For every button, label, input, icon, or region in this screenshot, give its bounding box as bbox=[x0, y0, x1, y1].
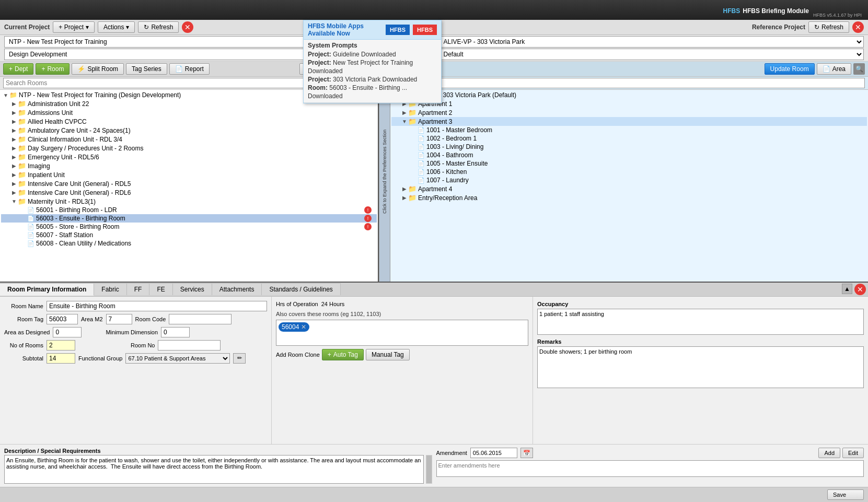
actions-button[interactable]: Actions ▾ bbox=[98, 21, 135, 33]
tree-inpatient[interactable]: ▶ 📁 Inpatient Unit bbox=[1, 170, 377, 179]
update-room-button[interactable]: Update Room bbox=[765, 63, 815, 75]
refresh-button-left[interactable]: ↻ Refresh bbox=[138, 21, 179, 33]
clone-row: Add Room Clone + Auto Tag Manual Tag bbox=[276, 349, 528, 360]
right-search-input[interactable] bbox=[394, 78, 865, 88]
amendment-textarea[interactable] bbox=[436, 460, 864, 477]
hfbs-logo-btn-2[interactable]: HFBS bbox=[413, 25, 437, 35]
edit-amendment-button[interactable]: Edit bbox=[842, 448, 864, 458]
calendar-button[interactable]: 📅 bbox=[520, 448, 533, 458]
hfbs-version: HFBS v5.4.1.67 by HPI bbox=[813, 13, 862, 20]
amendment-row: Amendment 📅 Add Edit bbox=[436, 448, 864, 458]
folder-icon: 📁 bbox=[18, 100, 26, 108]
system-prompts-title: System Prompts bbox=[308, 42, 437, 49]
file-icon: 📄 bbox=[418, 177, 425, 184]
tree-daysurgery[interactable]: ▶ 📁 Day Surgery / Procedures Unit - 2 Ro… bbox=[1, 144, 377, 153]
right-tree-1006[interactable]: 📄 1006 - Kitchen bbox=[391, 168, 867, 176]
right-tree-root[interactable]: ▼ 📁 ALIVE-VP - 303 Victoria Park (Defaul… bbox=[391, 91, 867, 99]
tree-allied[interactable]: ▶ 📁 Allied Health CVPCC bbox=[1, 117, 377, 126]
report-icon-left: 📄 bbox=[175, 65, 183, 73]
room-name-input[interactable] bbox=[47, 301, 267, 311]
area-button-right[interactable]: 📄 Area bbox=[817, 63, 851, 75]
tree-admissions[interactable]: ▶ 📁 Admissions Unit bbox=[1, 108, 377, 117]
split-room-button[interactable]: ⚡ Split Room bbox=[72, 63, 124, 75]
room-code-input[interactable] bbox=[169, 314, 232, 324]
right-tree-1001[interactable]: 📄 1001 - Master Bedroom bbox=[391, 126, 867, 134]
right-tree-1004[interactable]: 📄 1004 - Bathroom bbox=[391, 151, 867, 159]
right-tree-apt4[interactable]: ▶ 📁 Apartment 4 bbox=[391, 184, 867, 193]
occupancy-textarea[interactable]: 1 patient; 1 staff assisting bbox=[537, 309, 864, 335]
tree-56001[interactable]: 📄 56001 - Birthing Room - LDR ! bbox=[1, 206, 377, 214]
auto-tag-button[interactable]: + Auto Tag bbox=[322, 349, 364, 360]
right-tree-entry[interactable]: ▶ 📁 Entry/Reception Area bbox=[391, 193, 867, 202]
system-prompts-content: Project: Guideline Downloaded Project: N… bbox=[308, 50, 437, 100]
room-tag-input[interactable] bbox=[47, 314, 78, 324]
search-button-right[interactable]: 🔍 bbox=[853, 63, 865, 75]
room-no-label: Room No bbox=[131, 342, 155, 348]
area-m2-input[interactable] bbox=[106, 314, 132, 324]
hfbs-logo-btn-1[interactable]: HFBS bbox=[386, 25, 410, 35]
reference-phase-select[interactable]: Default bbox=[439, 49, 864, 60]
tag-close-56004[interactable]: ✕ bbox=[301, 323, 306, 331]
right-tree-1002[interactable]: 📄 1002 - Bedroom 1 bbox=[391, 134, 867, 143]
tab-fabric[interactable]: Fabric bbox=[94, 283, 126, 295]
right-tree-1003[interactable]: 📄 1003 - Living/ Dining bbox=[391, 143, 867, 151]
description-textarea[interactable]: An Ensuite, Birthing Room is for the pat… bbox=[4, 455, 424, 484]
right-tree-1005[interactable]: 📄 1005 - Master Ensuite bbox=[391, 159, 867, 168]
collapse-button[interactable]: ▲ bbox=[842, 284, 852, 294]
tab-fe[interactable]: FE bbox=[149, 283, 172, 295]
tab-standards[interactable]: Standards / Guidelines bbox=[262, 283, 340, 295]
mobile-apps-banner: HFBS Mobile Apps Available Now bbox=[308, 22, 383, 37]
tree-56007[interactable]: 📄 56007 - Staff Station bbox=[1, 231, 377, 239]
tree-icu1[interactable]: ▶ 📁 Intensive Care Unit (General) - RDL5 bbox=[1, 179, 377, 188]
close-bottom-panel[interactable]: ✕ bbox=[854, 284, 866, 295]
room-button[interactable]: + Room bbox=[36, 63, 70, 75]
tree-icu2[interactable]: ▶ 📁 Intensive Care Unit (General) - RDL6 bbox=[1, 188, 377, 197]
room-no-input[interactable] bbox=[158, 340, 221, 351]
no-of-rooms-input[interactable] bbox=[47, 340, 75, 351]
folder-icon: 📁 bbox=[18, 144, 26, 152]
tree-ambulatory[interactable]: ▶ 📁 Ambulatory Care Unit - 24 Spaces(1) bbox=[1, 126, 377, 135]
folder-icon: 📁 bbox=[408, 185, 416, 193]
remarks-textarea[interactable]: Double showers; 1 per birthing room bbox=[537, 346, 864, 388]
close-button-right[interactable]: ✕ bbox=[852, 21, 864, 33]
tab-ff[interactable]: FF bbox=[127, 283, 150, 295]
min-dim-input[interactable] bbox=[161, 327, 190, 337]
tree-56008[interactable]: 📄 56008 - Clean Utility / Medications bbox=[1, 239, 377, 248]
area-designed-input[interactable] bbox=[53, 327, 82, 337]
tab-services[interactable]: Services bbox=[173, 283, 212, 295]
report-button-left[interactable]: 📄 Report bbox=[169, 63, 210, 75]
right-tree-apt2[interactable]: ▶ 📁 Apartment 2 bbox=[391, 108, 867, 117]
toggle-root[interactable]: ▼ bbox=[2, 92, 9, 98]
tab-attachments[interactable]: Attachments bbox=[212, 283, 262, 295]
tree-56005[interactable]: 📄 56005 - Store - Birthing Room ! bbox=[1, 223, 377, 231]
right-tree-apt1[interactable]: ▶ 📁 Apartment 1 bbox=[391, 99, 867, 108]
functional-group-select[interactable]: 67.10 Patient & Support Areas bbox=[125, 353, 230, 364]
tag-series-button[interactable]: Tag Series bbox=[126, 63, 167, 75]
save-bar: Save bbox=[0, 487, 868, 502]
refresh-button-right[interactable]: ↻ Refresh bbox=[808, 21, 849, 33]
occupancy-label: Occupancy bbox=[537, 301, 864, 307]
amendment-date-input[interactable] bbox=[470, 448, 517, 458]
tree-clinical[interactable]: ▶ 📁 Clinical Information Unit - RDL 3/4 bbox=[1, 135, 377, 144]
folder-icon: 📁 bbox=[18, 180, 26, 188]
close-button-left[interactable]: ✕ bbox=[182, 21, 193, 33]
tree-maternity[interactable]: ▼ 📁 Maternity Unit - RDL3(1) bbox=[1, 197, 377, 206]
save-button[interactable]: Save bbox=[827, 489, 864, 500]
room-icon: + bbox=[41, 65, 45, 73]
subtotal-input[interactable] bbox=[47, 353, 75, 364]
manual-tag-button[interactable]: Manual Tag bbox=[366, 349, 410, 360]
add-amendment-button[interactable]: Add bbox=[818, 448, 840, 458]
tree-emergency[interactable]: ▶ 📁 Emergency Unit - RDL5/6 bbox=[1, 153, 377, 161]
hfbs-title: HFBS HFBS Briefing Module bbox=[723, 5, 809, 16]
tab-room-primary[interactable]: Room Primary Information bbox=[0, 283, 94, 296]
hrs-operation-value: 24 Hours bbox=[321, 301, 345, 307]
edit-functional-group-button[interactable]: ✏ bbox=[233, 353, 246, 364]
reference-project-select[interactable]: ALIVE-VP - 303 Victoria Park bbox=[439, 36, 864, 48]
file-icon: 📄 bbox=[418, 160, 425, 167]
tree-56003[interactable]: 📄 56003 - Ensuite - Birthing Room ! bbox=[1, 214, 377, 223]
right-tree-1007[interactable]: 📄 1007 - Laundry bbox=[391, 176, 867, 184]
right-tree-apt3[interactable]: ▼ 📁 Apartment 3 bbox=[391, 117, 867, 126]
dept-button[interactable]: + Dept bbox=[3, 63, 33, 75]
add-project-button[interactable]: + Project ▾ bbox=[53, 21, 95, 33]
tree-imaging[interactable]: ▶ 📁 Imaging bbox=[1, 161, 377, 170]
